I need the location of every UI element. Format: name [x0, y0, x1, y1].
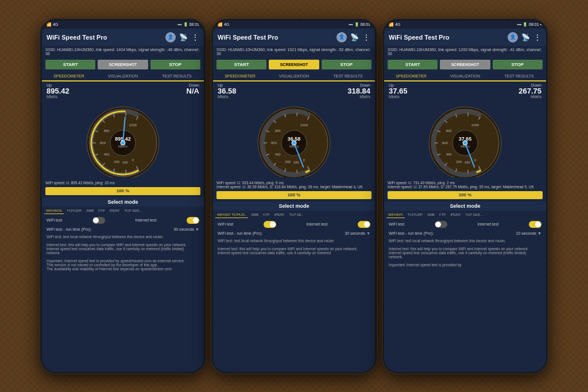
- profile-icon-2[interactable]: 👤: [508, 32, 518, 42]
- mode-tab-0-3[interactable]: FTP: [96, 208, 106, 214]
- profile-icon-1[interactable]: 👤: [336, 32, 347, 42]
- app-header-0: WiFi Speed Test Pro 👤 📡 ⋮: [42, 29, 204, 46]
- menu-icon-0[interactable]: ⋮: [191, 33, 199, 42]
- mode-tabs-2: WIFI/INTITCP/UDPSMBFTPIPERFTCP SER...: [384, 211, 546, 219]
- mode-tab-1-2[interactable]: FTP: [261, 212, 271, 218]
- status-left-2: 📶 4G: [389, 22, 400, 27]
- mode-tab-0-1[interactable]: TCP/UDP: [65, 208, 83, 214]
- run-time-dropdown-0[interactable]: ▼: [195, 227, 199, 231]
- mode-tab-1-3[interactable]: IPERF: [272, 212, 286, 218]
- stop-button-2[interactable]: STOP: [493, 60, 543, 69]
- run-time-value-0[interactable]: 30 seconds ▼: [173, 227, 199, 231]
- ssid-bar-1: SSID: HUAWEI-10HJM360, link speed: 1921 …: [213, 46, 375, 57]
- mode-tab-2-2[interactable]: SMB: [425, 212, 436, 218]
- internet-toggle-1[interactable]: [358, 221, 370, 228]
- start-button-0[interactable]: START: [45, 60, 95, 69]
- mode-tab-2-4[interactable]: IPERF: [448, 212, 462, 218]
- svg-text:600: 600: [442, 141, 448, 144]
- status-left-1: 📶 4G: [218, 22, 229, 27]
- tab-visualization-0[interactable]: VISUALIZATION: [96, 72, 150, 80]
- phone-screen-2: 📶 4G ▪▪▪ 🔋 08:01 ▪ WiFi Speed Test Pro 👤…: [384, 21, 546, 372]
- app-title-1: WiFi Speed Test Pro: [218, 34, 278, 41]
- menu-icon-2[interactable]: ⋮: [533, 33, 541, 42]
- run-time-label-1: WiFi test - run time (Pro):: [218, 231, 262, 235]
- wifi-toggle-2[interactable]: [435, 221, 447, 228]
- screenshot-button-1[interactable]: SCREENSHOT: [269, 60, 319, 69]
- action-buttons-2: START SCREENSHOT STOP: [384, 57, 546, 72]
- tab-test-results-2[interactable]: TEST RESULTS: [492, 72, 546, 80]
- tab-visualization-1[interactable]: VISUALIZATION: [267, 72, 321, 80]
- profile-icon-0[interactable]: 👤: [165, 32, 176, 42]
- progress-bar-1: 100 %: [216, 191, 372, 199]
- wifi-icon-0[interactable]: 📡: [179, 33, 188, 41]
- mode-tab-1-0[interactable]: WIFI/INT TCP/UD..: [215, 212, 248, 218]
- phone-screen-1: 📶 4G ▪▪▪ 🔋 08:01 WiFi Speed Test Pro 👤 📡…: [213, 21, 375, 372]
- mode-tab-1-4[interactable]: TCP SE..: [287, 212, 305, 218]
- screenshot-button-2[interactable]: SCREENSHOT: [440, 60, 490, 69]
- internet-toggle-2[interactable]: [529, 221, 541, 228]
- progress-bar-container-0: 100 %: [42, 186, 204, 197]
- status-bar-0: 📶 4G ▪▪▪ 🔋 08:01: [42, 21, 204, 29]
- status-bar-2: 📶 4G ▪▪▪ 🔋 08:01 ▪: [384, 21, 546, 29]
- ssid-bar-0: SSID: HUAWEI-10HJM360, link speed: 1404 …: [42, 46, 204, 57]
- svg-text:800: 800: [104, 129, 110, 133]
- run-time-row-0: WiFi test - run time (Pro): 30 seconds ▼: [42, 226, 204, 233]
- svg-line-36: [297, 112, 297, 116]
- run-time-dropdown-2[interactable]: ▼: [537, 231, 541, 235]
- speed-display-0: Up 895.42 Mbit/s Down N/A: [42, 81, 204, 100]
- tab-visualization-2[interactable]: VISUALIZATION: [438, 72, 492, 80]
- info-text-0: WiFi test: test local network throughput…: [42, 233, 204, 372]
- run-time-row-1: WiFi test - run time (Pro): 30 seconds ▼: [213, 230, 375, 237]
- svg-text:400: 400: [446, 153, 452, 156]
- header-icons-2: 👤 📡 ⋮: [508, 32, 541, 42]
- mode-tab-0-5[interactable]: TCP SER...: [122, 208, 144, 214]
- mode-tab-0-4[interactable]: IPERF: [108, 208, 122, 214]
- run-time-value-2[interactable]: 10 seconds ▼: [516, 231, 541, 235]
- wifi-icon-1[interactable]: 📡: [350, 33, 359, 41]
- svg-line-53: [468, 169, 469, 173]
- wifi-test-label-0: WiFi test: [47, 218, 62, 222]
- run-time-row-2: WiFi test - run time (Pro): 10 seconds ▼: [384, 230, 546, 237]
- svg-text:1000: 1000: [129, 123, 137, 127]
- menu-icon-1[interactable]: ⋮: [362, 33, 370, 42]
- tabs-0: SPEEDOMETER VISUALIZATION TEST RESULTS: [42, 72, 204, 81]
- svg-line-11: [126, 112, 126, 116]
- run-time-value-1[interactable]: 30 seconds ▼: [345, 231, 370, 235]
- app-header-1: WiFi Speed Test Pro 👤 📡 ⋮: [213, 29, 375, 46]
- wifi-toggle-0[interactable]: [92, 217, 105, 224]
- stop-button-0[interactable]: STOP: [150, 60, 200, 69]
- mode-tab-2-5[interactable]: TCP SER...: [463, 212, 485, 218]
- mode-tab-2-0[interactable]: WIFI/INTI: [386, 212, 405, 218]
- down-speed-2: Down 267.75 Mbit/s: [519, 83, 541, 99]
- status-right-0: ▪▪▪ 🔋 08:01: [177, 22, 199, 27]
- wifi-toggle-1[interactable]: [264, 221, 276, 228]
- internet-test-label-1: Internet test: [306, 222, 327, 226]
- speedometer-0: 01002004006008001000 895.42 Mbit/s: [86, 103, 160, 177]
- start-button-2[interactable]: START: [388, 60, 438, 69]
- mode-tab-2-3[interactable]: FTP: [438, 212, 447, 218]
- tab-speedometer-1[interactable]: SPEEDOMETER: [213, 72, 267, 80]
- wifi-test-label-2: WiFi test: [389, 222, 404, 226]
- wifi-toggle-row-0: WiFi test Internet test: [42, 215, 204, 226]
- start-button-1[interactable]: START: [216, 60, 266, 69]
- progress-bar-container-1: 100 %: [213, 190, 375, 201]
- svg-line-28: [297, 169, 297, 173]
- wifi-icon-2[interactable]: 📡: [521, 33, 530, 41]
- phones-container: 📶 4G ▪▪▪ 🔋 08:01 WiFi Speed Test Pro 👤 📡…: [40, 18, 548, 374]
- svg-text:100: 100: [122, 161, 129, 164]
- screenshot-button-0[interactable]: SCREENSHOT: [98, 60, 148, 69]
- tab-test-results-0[interactable]: TEST RESULTS: [150, 72, 204, 80]
- mode-tab-0-0[interactable]: WIFI/INTE: [44, 208, 64, 214]
- internet-toggle-0[interactable]: [187, 217, 199, 224]
- mode-tab-0-2[interactable]: SMB: [84, 208, 95, 214]
- tabs-1: SPEEDOMETER VISUALIZATION TEST RESULTS: [213, 72, 375, 81]
- tab-speedometer-2[interactable]: SPEEDOMETER: [384, 72, 438, 80]
- tab-test-results-1[interactable]: TEST RESULTS: [321, 72, 375, 80]
- run-time-dropdown-1[interactable]: ▼: [366, 231, 370, 235]
- mode-tab-1-1[interactable]: SMB: [249, 212, 260, 218]
- stop-button-1[interactable]: STOP: [322, 60, 372, 69]
- mode-tab-2-1[interactable]: TCP/UDP: [406, 212, 424, 218]
- tab-speedometer-0[interactable]: SPEEDOMETER: [42, 72, 96, 80]
- select-mode-1: Select mode: [213, 201, 375, 211]
- svg-text:600: 600: [100, 141, 106, 144]
